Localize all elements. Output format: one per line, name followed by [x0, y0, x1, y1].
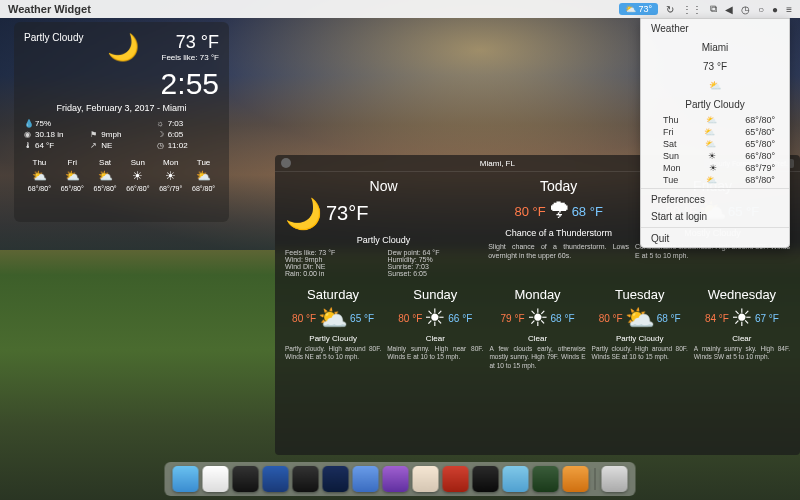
day-hi: 80 °F	[292, 313, 316, 324]
ws-wind: ⚑9mph	[90, 130, 152, 139]
dock-app[interactable]	[293, 466, 319, 492]
dock-app[interactable]	[233, 466, 259, 492]
forecast-today: Today 80 °F 🌩 68 °F Chance of a Thunders…	[488, 178, 629, 277]
moon-icon: 🌙	[285, 196, 322, 231]
ws-time: 2:55	[24, 67, 219, 101]
now-temp: 73°F	[326, 202, 368, 225]
day-hi: 84 °F	[705, 313, 729, 324]
weather-icon: ☀	[424, 304, 446, 332]
day-title: Tuesday	[592, 287, 688, 302]
refresh-icon[interactable]: ↻	[666, 4, 674, 15]
now-humidity: Humidity: 75%	[388, 256, 483, 263]
dropdown-forecast-row: Fri⛅65°/80°	[641, 126, 789, 138]
now-title: Now	[285, 178, 482, 194]
wind-dir-icon: ↗	[90, 141, 99, 150]
dropdown-temp: 73 °F	[641, 57, 789, 76]
day-hi: 80 °F	[599, 313, 623, 324]
dock-finder[interactable]	[173, 466, 199, 492]
sunset-icon: ☽	[157, 130, 166, 139]
now-wind: Wind: 9mph	[285, 256, 380, 263]
dock-app[interactable]	[263, 466, 289, 492]
day-condition: Partly Cloudy	[592, 334, 688, 343]
ws-temperature: 73 °F	[162, 32, 219, 53]
ws-forecast-day: Mon☀68°/79°	[155, 158, 186, 192]
ws-pressure: ◉30.18 in	[24, 130, 86, 139]
today-hi: 80 °F	[514, 204, 545, 219]
humidity-icon: 💧	[24, 119, 33, 128]
dropdown-quit[interactable]: Quit	[641, 230, 789, 247]
ws-weather-icon: 🌙	[107, 32, 139, 63]
dock-app[interactable]	[383, 466, 409, 492]
dock-photoshop[interactable]	[323, 466, 349, 492]
dock-trash[interactable]	[602, 466, 628, 492]
weather-widget-small: Partly Cloudy 🌙 73 °F Feels like: 73 °F …	[14, 22, 229, 222]
day-condition: Clear	[489, 334, 585, 343]
day-lo: 67 °F	[755, 313, 779, 324]
ws-forecast-day: Thu⛅68°/80°	[24, 158, 55, 192]
ws-dewpoint: 🌡64 °F	[24, 141, 86, 150]
menubar-tray: ⛅ 73° ↻ ⋮⋮ ⧉ ◀ ◷ ○ ● ≡	[619, 3, 800, 15]
forecast-day-card: Saturday 80 °F ⛅ 65 °F Partly Cloudy Par…	[285, 287, 381, 370]
day-lo: 68 °F	[551, 313, 575, 324]
menu-icon[interactable]: ≡	[786, 4, 792, 15]
dropdown-forecast-row: Mon☀68°/79°	[641, 162, 789, 174]
now-wind-dir: Wind Dir: NE	[285, 263, 380, 270]
today-lo: 68 °F	[572, 204, 603, 219]
dock-app[interactable]	[533, 466, 559, 492]
day-desc: Partly cloudy. High around 80F. Winds SE…	[592, 345, 688, 362]
dewpoint-icon: 🌡	[24, 141, 33, 150]
dock-app[interactable]	[563, 466, 589, 492]
dock-app[interactable]	[353, 466, 379, 492]
sunrise-icon: ☼	[157, 119, 166, 128]
volume-icon[interactable]: ◀	[725, 4, 733, 15]
forecast-day-card: Wednesday 84 °F ☀ 67 °F Clear A mainly s…	[694, 287, 790, 370]
clock-icon[interactable]: ◷	[741, 4, 750, 15]
dock-app[interactable]	[203, 466, 229, 492]
storm-icon: 🌩	[548, 198, 570, 224]
today-desc: Slight chance of a thunderstorm. Lows ov…	[488, 242, 629, 260]
weather-icon: ☀	[731, 304, 753, 332]
bluetooth-icon[interactable]: ⧉	[710, 3, 717, 15]
dropdown-start-at-login[interactable]: Start at login	[641, 208, 789, 225]
day-desc: A mainly sunny sky. High 84F. Winds SW a…	[694, 345, 790, 362]
day-desc: A few clouds early, otherwise mostly sun…	[489, 345, 585, 370]
ws-forecast-day: Sun☀66°/80°	[122, 158, 153, 192]
day-desc: Mainly sunny. High near 80F. Winds E at …	[387, 345, 483, 362]
ws-date: Friday, February 3, 2017 - Miami	[24, 103, 219, 113]
ws-wind-dir: ↗NE	[90, 141, 152, 150]
day-condition: Clear	[694, 334, 790, 343]
day-title: Sunday	[387, 287, 483, 302]
ws-forecast-day: Fri⛅65°/80°	[57, 158, 88, 192]
dropdown-forecast-row: Thu⛅68°/80°	[641, 114, 789, 126]
forecast-day-card: Sunday 80 °F ☀ 66 °F Clear Mainly sunny.…	[387, 287, 483, 370]
weather-icon: ⛅	[318, 304, 348, 332]
dropdown-condition: Partly Cloudy	[641, 95, 789, 114]
now-sunset: Sunset: 6:05	[388, 270, 483, 277]
ws-sunrise: ☼7:03	[157, 119, 219, 128]
now-sunrise: Sunrise: 7:03	[388, 263, 483, 270]
forecast-day-card: Tuesday 80 °F ⛅ 68 °F Partly Cloudy Part…	[592, 287, 688, 370]
weather-icon: ⛅	[625, 304, 655, 332]
dock-app[interactable]	[503, 466, 529, 492]
notification-icon[interactable]: ●	[772, 4, 778, 15]
dropdown-preferences[interactable]: Preferences	[641, 191, 789, 208]
menubar-weather-indicator[interactable]: ⛅ 73°	[619, 3, 658, 15]
now-condition: Partly Cloudy	[285, 235, 482, 245]
dock-app[interactable]	[443, 466, 469, 492]
dock	[165, 462, 636, 496]
day-lo: 65 °F	[350, 313, 374, 324]
day-lo: 68 °F	[657, 313, 681, 324]
spotlight-icon[interactable]: ○	[758, 4, 764, 15]
ws-forecast-day: Sat⛅65°/80°	[90, 158, 121, 192]
close-button[interactable]	[281, 158, 291, 168]
clock-icon: ◷	[157, 141, 166, 150]
dock-app[interactable]	[413, 466, 439, 492]
ws-humidity: 💧75%	[24, 119, 86, 128]
dock-app[interactable]	[473, 466, 499, 492]
app-title: Weather Widget	[0, 3, 99, 15]
wifi-icon[interactable]: ⋮⋮	[682, 4, 702, 15]
ws-feels-like: Feels like: 73 °F	[162, 53, 219, 62]
day-lo: 66 °F	[448, 313, 472, 324]
day-condition: Clear	[387, 334, 483, 343]
dropdown-weather-icon: ⛅	[641, 76, 789, 95]
